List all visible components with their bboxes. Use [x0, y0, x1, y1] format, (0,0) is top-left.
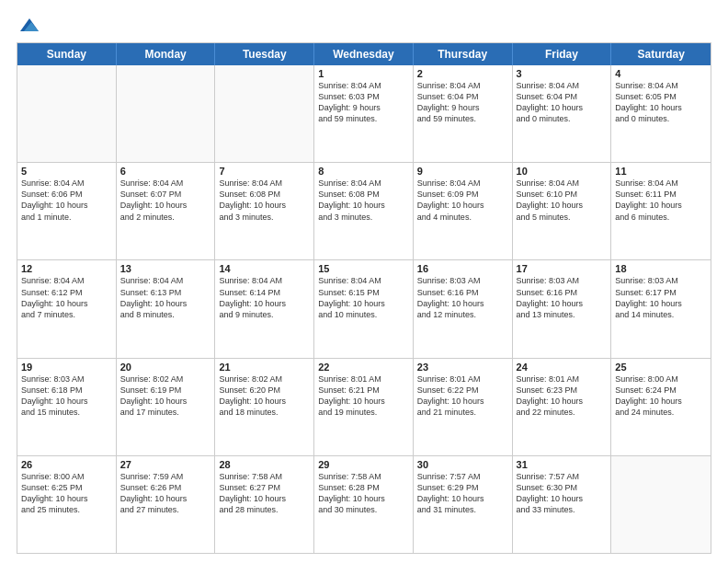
day-number: 3 [517, 68, 608, 79]
day-cell-30: 30Sunrise: 7:57 AM Sunset: 6:29 PM Dayli… [414, 456, 513, 553]
day-number: 21 [219, 362, 310, 373]
day-info: Sunrise: 8:00 AM Sunset: 6:24 PM Dayligh… [615, 373, 707, 419]
day-cell-22: 22Sunrise: 8:01 AM Sunset: 6:21 PM Dayli… [314, 359, 414, 455]
day-cell-14: 14Sunrise: 8:04 AM Sunset: 6:14 PM Dayli… [215, 260, 314, 357]
day-number: 23 [417, 362, 508, 373]
day-number: 9 [417, 166, 508, 177]
day-cell-26: 26Sunrise: 8:00 AM Sunset: 6:25 PM Dayli… [17, 456, 117, 553]
weekday-header-monday: Monday [117, 43, 216, 65]
day-cell-20: 20Sunrise: 8:02 AM Sunset: 6:19 PM Dayli… [117, 359, 216, 455]
day-number: 16 [417, 263, 508, 274]
day-number: 25 [615, 362, 707, 373]
day-number: 19 [21, 362, 112, 373]
calendar-row-2: 5Sunrise: 8:04 AM Sunset: 6:06 PM Daylig… [17, 162, 711, 259]
day-info: Sunrise: 8:02 AM Sunset: 6:20 PM Dayligh… [219, 373, 310, 419]
logo [17, 17, 40, 33]
day-info: Sunrise: 8:02 AM Sunset: 6:19 PM Dayligh… [120, 373, 211, 419]
day-number: 15 [318, 263, 409, 274]
day-number: 28 [219, 459, 310, 470]
weekday-header-wednesday: Wednesday [314, 43, 414, 65]
day-info: Sunrise: 8:04 AM Sunset: 6:11 PM Dayligh… [615, 178, 707, 223]
day-number: 29 [318, 459, 409, 470]
day-cell-17: 17Sunrise: 8:03 AM Sunset: 6:16 PM Dayli… [513, 260, 612, 357]
day-cell-12: 12Sunrise: 8:04 AM Sunset: 6:12 PM Dayli… [17, 260, 117, 357]
header [17, 17, 711, 33]
day-info: Sunrise: 8:01 AM Sunset: 6:22 PM Dayligh… [417, 373, 508, 419]
day-number: 2 [417, 68, 508, 79]
day-info: Sunrise: 8:04 AM Sunset: 6:08 PM Dayligh… [318, 178, 409, 223]
day-number: 14 [219, 263, 310, 274]
day-cell-5: 5Sunrise: 8:04 AM Sunset: 6:06 PM Daylig… [17, 163, 117, 259]
day-info: Sunrise: 8:04 AM Sunset: 6:06 PM Dayligh… [21, 178, 112, 223]
day-cell-27: 27Sunrise: 7:59 AM Sunset: 6:26 PM Dayli… [117, 456, 216, 553]
calendar-row-4: 19Sunrise: 8:03 AM Sunset: 6:18 PM Dayli… [17, 358, 711, 455]
day-cell-24: 24Sunrise: 8:01 AM Sunset: 6:23 PM Dayli… [513, 359, 612, 455]
day-cell-21: 21Sunrise: 8:02 AM Sunset: 6:20 PM Dayli… [215, 359, 314, 455]
page: SundayMondayTuesdayWednesdayThursdayFrid… [0, 0, 728, 563]
day-info: Sunrise: 7:59 AM Sunset: 6:26 PM Dayligh… [120, 471, 211, 516]
day-number: 8 [318, 166, 409, 177]
day-number: 20 [120, 362, 211, 373]
day-cell-28: 28Sunrise: 7:58 AM Sunset: 6:27 PM Dayli… [215, 456, 314, 553]
day-info: Sunrise: 8:04 AM Sunset: 6:04 PM Dayligh… [417, 80, 508, 125]
day-cell-3: 3Sunrise: 8:04 AM Sunset: 6:04 PM Daylig… [513, 65, 612, 162]
day-info: Sunrise: 8:04 AM Sunset: 6:08 PM Dayligh… [219, 178, 310, 223]
day-cell-18: 18Sunrise: 8:03 AM Sunset: 6:17 PM Dayli… [611, 260, 711, 357]
day-number: 30 [417, 459, 508, 470]
day-info: Sunrise: 8:03 AM Sunset: 6:17 PM Dayligh… [615, 275, 707, 320]
day-info: Sunrise: 7:58 AM Sunset: 6:27 PM Dayligh… [219, 471, 310, 516]
day-number: 10 [517, 166, 608, 177]
day-info: Sunrise: 8:00 AM Sunset: 6:25 PM Dayligh… [21, 471, 112, 516]
day-cell-7: 7Sunrise: 8:04 AM Sunset: 6:08 PM Daylig… [215, 163, 314, 259]
weekday-header-friday: Friday [513, 43, 612, 65]
day-cell-13: 13Sunrise: 8:04 AM Sunset: 6:13 PM Dayli… [117, 260, 216, 357]
day-cell-2: 2Sunrise: 8:04 AM Sunset: 6:04 PM Daylig… [414, 65, 513, 162]
day-number: 11 [615, 166, 707, 177]
calendar-body: 1Sunrise: 8:04 AM Sunset: 6:03 PM Daylig… [17, 65, 711, 553]
calendar-header: SundayMondayTuesdayWednesdayThursdayFrid… [17, 43, 711, 65]
day-info: Sunrise: 8:04 AM Sunset: 6:04 PM Dayligh… [517, 80, 608, 125]
day-number: 13 [120, 263, 211, 274]
day-info: Sunrise: 8:04 AM Sunset: 6:12 PM Dayligh… [21, 275, 112, 320]
day-number: 27 [120, 459, 211, 470]
day-cell-11: 11Sunrise: 8:04 AM Sunset: 6:11 PM Dayli… [611, 163, 711, 259]
day-cell-19: 19Sunrise: 8:03 AM Sunset: 6:18 PM Dayli… [17, 359, 117, 455]
day-info: Sunrise: 7:58 AM Sunset: 6:28 PM Dayligh… [318, 471, 409, 516]
day-info: Sunrise: 8:04 AM Sunset: 6:14 PM Dayligh… [219, 275, 310, 320]
day-info: Sunrise: 8:04 AM Sunset: 6:09 PM Dayligh… [417, 178, 508, 223]
day-number: 26 [21, 459, 112, 470]
weekday-header-sunday: Sunday [17, 43, 117, 65]
day-cell-empty-4-6 [611, 456, 711, 553]
day-number: 17 [517, 263, 608, 274]
day-number: 7 [219, 166, 310, 177]
day-number: 18 [615, 263, 707, 274]
calendar: SundayMondayTuesdayWednesdayThursdayFrid… [17, 42, 711, 554]
day-info: Sunrise: 8:04 AM Sunset: 6:10 PM Dayligh… [517, 178, 608, 223]
calendar-row-1: 1Sunrise: 8:04 AM Sunset: 6:03 PM Daylig… [17, 65, 711, 162]
day-info: Sunrise: 8:03 AM Sunset: 6:16 PM Dayligh… [417, 275, 508, 320]
day-number: 24 [517, 362, 608, 373]
day-info: Sunrise: 7:57 AM Sunset: 6:30 PM Dayligh… [517, 471, 608, 516]
day-cell-empty-0-2 [215, 65, 314, 162]
day-cell-8: 8Sunrise: 8:04 AM Sunset: 6:08 PM Daylig… [314, 163, 414, 259]
day-number: 12 [21, 263, 112, 274]
day-info: Sunrise: 8:01 AM Sunset: 6:21 PM Dayligh… [318, 373, 409, 419]
logo-icon [18, 17, 39, 33]
day-cell-16: 16Sunrise: 8:03 AM Sunset: 6:16 PM Dayli… [414, 260, 513, 357]
weekday-header-thursday: Thursday [414, 43, 513, 65]
day-cell-4: 4Sunrise: 8:04 AM Sunset: 6:05 PM Daylig… [611, 65, 711, 162]
day-info: Sunrise: 8:03 AM Sunset: 6:16 PM Dayligh… [517, 275, 608, 320]
day-info: Sunrise: 8:04 AM Sunset: 6:07 PM Dayligh… [120, 178, 211, 223]
day-cell-empty-0-0 [17, 65, 117, 162]
day-number: 22 [318, 362, 409, 373]
day-info: Sunrise: 8:04 AM Sunset: 6:13 PM Dayligh… [120, 275, 211, 320]
day-info: Sunrise: 8:01 AM Sunset: 6:23 PM Dayligh… [517, 373, 608, 419]
day-number: 6 [120, 166, 211, 177]
day-cell-31: 31Sunrise: 7:57 AM Sunset: 6:30 PM Dayli… [513, 456, 612, 553]
day-cell-23: 23Sunrise: 8:01 AM Sunset: 6:22 PM Dayli… [414, 359, 513, 455]
day-cell-29: 29Sunrise: 7:58 AM Sunset: 6:28 PM Dayli… [314, 456, 414, 553]
weekday-header-tuesday: Tuesday [215, 43, 314, 65]
day-cell-6: 6Sunrise: 8:04 AM Sunset: 6:07 PM Daylig… [117, 163, 216, 259]
day-cell-10: 10Sunrise: 8:04 AM Sunset: 6:10 PM Dayli… [513, 163, 612, 259]
day-info: Sunrise: 8:04 AM Sunset: 6:15 PM Dayligh… [318, 275, 409, 320]
